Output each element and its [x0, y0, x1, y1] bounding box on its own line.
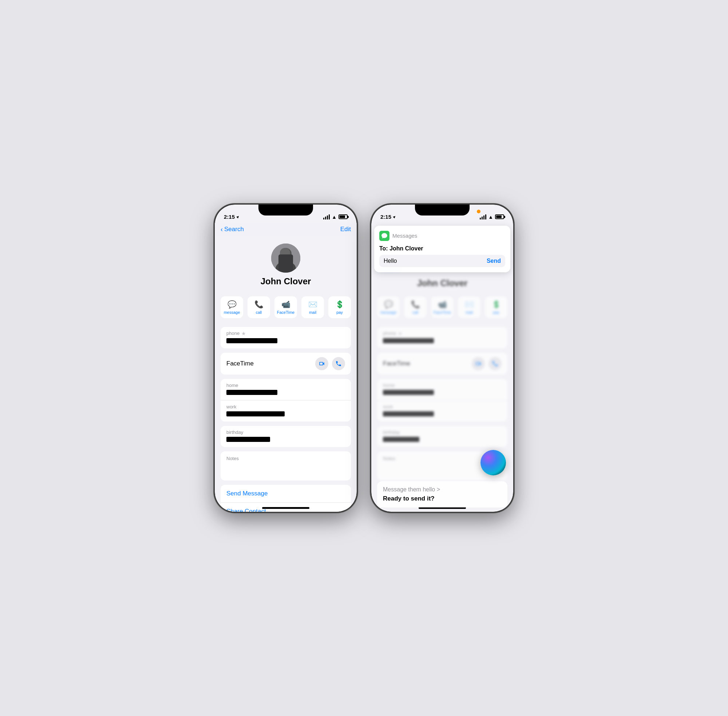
phone-section: phone ★	[221, 327, 351, 348]
right-signal-icon	[480, 214, 486, 220]
messages-send-button[interactable]: Send	[487, 258, 501, 264]
right-phone-row[interactable]: phone ★	[377, 327, 507, 348]
edit-button[interactable]: Edit	[340, 226, 351, 233]
notes-content: Notes	[221, 451, 351, 481]
facetime-action-button[interactable]: 📹 FaceTime	[275, 296, 297, 318]
right-pay-button[interactable]: 💲 pay	[485, 296, 507, 318]
wifi-icon: ▲	[332, 214, 337, 220]
phone-label: phone ★	[226, 331, 345, 336]
birthday-section: birthday	[221, 426, 351, 447]
home-row[interactable]: home	[221, 379, 351, 400]
right-facetime-section: FaceTime	[377, 353, 507, 375]
right-mail-button[interactable]: ✉️ mail	[458, 296, 481, 318]
battery-icon	[338, 214, 347, 219]
right-work-value	[383, 411, 434, 416]
status-time: 2:15 ▲	[224, 214, 240, 220]
message-icon: 💬	[228, 300, 237, 309]
facetime-icon: 📹	[281, 300, 290, 309]
call-icon: 📞	[255, 300, 264, 309]
right-phone-value	[383, 338, 434, 343]
pay-icon: 💲	[335, 300, 344, 309]
right-phone-section: phone ★	[377, 327, 507, 348]
right-work-row[interactable]: work	[377, 400, 507, 422]
facetime-section-label: FaceTime	[226, 360, 254, 367]
phone-row[interactable]: phone ★	[221, 327, 351, 348]
mail-button[interactable]: ✉️ mail	[302, 296, 324, 318]
message-button[interactable]: 💬 message	[221, 296, 243, 318]
right-phone: 2:15 ▲ ▲	[371, 205, 513, 512]
right-battery-icon	[495, 214, 504, 219]
pay-button[interactable]: 💲 pay	[328, 296, 351, 318]
mail-icon: ✉️	[308, 300, 317, 309]
home-label: home	[226, 382, 345, 388]
send-message-button[interactable]: Send Message	[221, 485, 351, 503]
right-screen: 2:15 ▲ ▲	[371, 205, 513, 512]
contact-header: John Clover	[215, 236, 357, 292]
facetime-section: FaceTime	[221, 353, 351, 375]
work-value	[226, 411, 285, 416]
status-icons: ▲	[323, 214, 347, 220]
right-birthday-row: birthday	[377, 426, 507, 447]
right-phone-icon	[492, 360, 498, 367]
right-message-icon: 💬	[384, 300, 393, 309]
right-facetime-icon: 📹	[438, 300, 447, 309]
right-home-row[interactable]: home	[377, 379, 507, 400]
work-label: work	[226, 404, 345, 410]
messages-app-label: Messages	[393, 233, 417, 239]
right-notch	[415, 205, 470, 215]
home-value	[226, 390, 278, 395]
notes-label: Notes	[226, 456, 345, 461]
notes-section: Notes	[221, 451, 351, 481]
right-home-value	[383, 390, 434, 395]
messages-header: Messages	[379, 231, 505, 241]
siri-orb[interactable]	[481, 450, 506, 475]
message-label: message	[224, 310, 240, 314]
right-call-button[interactable]: 📞 call	[404, 296, 426, 318]
right-facetime-audio-button[interactable]	[488, 357, 502, 370]
facetime-video-button[interactable]	[315, 357, 328, 370]
star-icon: ★	[241, 331, 246, 336]
messages-input[interactable]: Hello	[384, 258, 487, 264]
siri-suggestion[interactable]: Message them hello > Ready to send it?	[377, 481, 507, 507]
back-label: Search	[224, 226, 244, 233]
video-camera-icon	[318, 360, 325, 367]
messages-input-row: Hello Send	[379, 255, 505, 267]
right-location-arrow-icon: ▲	[392, 214, 397, 220]
location-arrow-icon: ▲	[235, 214, 241, 220]
messages-app-icon	[379, 231, 390, 241]
pay-label: pay	[336, 310, 343, 314]
signal-icon	[323, 214, 330, 220]
right-facetime-button[interactable]: 📹 FaceTime	[431, 296, 453, 318]
messages-to-field: To: John Clover	[379, 245, 505, 252]
avatar-image	[271, 244, 300, 273]
right-contact-name: John Clover	[371, 276, 513, 292]
facetime-label: FaceTime	[277, 310, 295, 314]
messages-bubble-icon	[381, 232, 388, 240]
right-status-icons: ▲	[480, 214, 504, 220]
right-facetime-video-button[interactable]	[472, 357, 485, 370]
siri-ready-text: Ready to send it?	[383, 495, 502, 502]
right-birthday-value	[383, 437, 419, 442]
birthday-value	[226, 437, 270, 442]
left-screen: 2:15 ▲ ▲ ‹ S	[215, 205, 357, 512]
avatar	[271, 244, 300, 273]
right-pay-icon: 💲	[492, 300, 501, 309]
back-button[interactable]: ‹ Search	[221, 226, 244, 233]
email-section: home work	[221, 379, 351, 422]
facetime-action-icons	[315, 357, 345, 370]
facetime-audio-button[interactable]	[332, 357, 345, 370]
call-button[interactable]: 📞 call	[247, 296, 270, 318]
svg-rect-4	[279, 255, 293, 273]
work-row[interactable]: work	[221, 400, 351, 422]
screen-content[interactable]: ‹ Search Edit	[215, 223, 357, 512]
right-video-icon	[475, 360, 482, 367]
birthday-row: birthday	[221, 426, 351, 447]
right-message-button[interactable]: 💬 message	[377, 296, 400, 318]
contact-name: John Clover	[261, 276, 311, 287]
right-status-time: 2:15 ▲	[381, 214, 397, 220]
nav-bar: ‹ Search Edit	[215, 223, 357, 236]
right-mail-icon: ✉️	[465, 300, 474, 309]
action-buttons-row: 💬 message 📞 call 📹 FaceTime ✉️ mail 💲	[215, 292, 357, 323]
birthday-label: birthday	[226, 429, 345, 435]
chevron-left-icon: ‹	[221, 226, 223, 233]
